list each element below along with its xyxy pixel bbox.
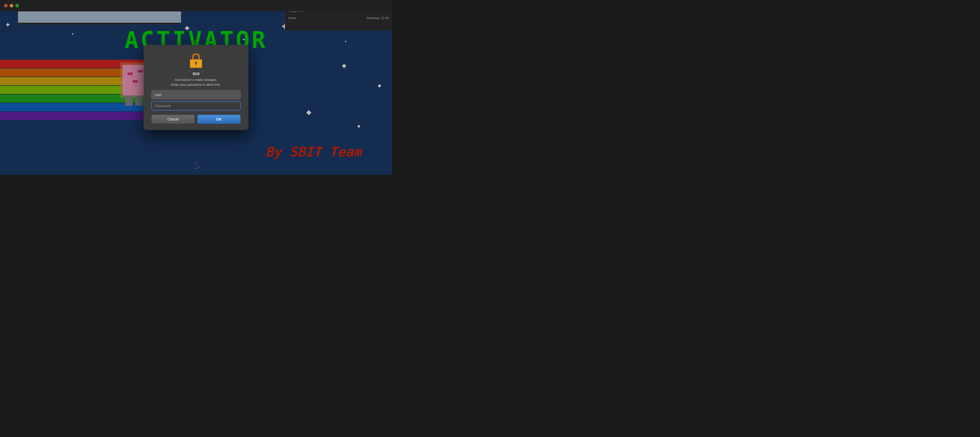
dialog-fields	[151, 90, 241, 110]
svg-rect-30	[196, 63, 197, 65]
lock-icon-container	[188, 52, 204, 69]
username-field[interactable]	[151, 90, 241, 99]
modal-overlay: GUI GUI wants to make changes. Enter you…	[0, 0, 392, 175]
auth-dialog: GUI GUI wants to make changes. Enter you…	[144, 45, 248, 130]
dialog-subtitle: GUI wants to make changes.	[175, 78, 218, 82]
dialog-instruction: Enter your password to allow this.	[171, 83, 221, 86]
dialog-buttons: Cancel OK	[151, 115, 241, 124]
cancel-button[interactable]: Cancel	[151, 115, 195, 124]
password-field[interactable]	[151, 101, 241, 110]
lock-icon	[188, 52, 204, 69]
ok-button[interactable]: OK	[197, 115, 241, 124]
dialog-title: GUI	[192, 72, 200, 76]
